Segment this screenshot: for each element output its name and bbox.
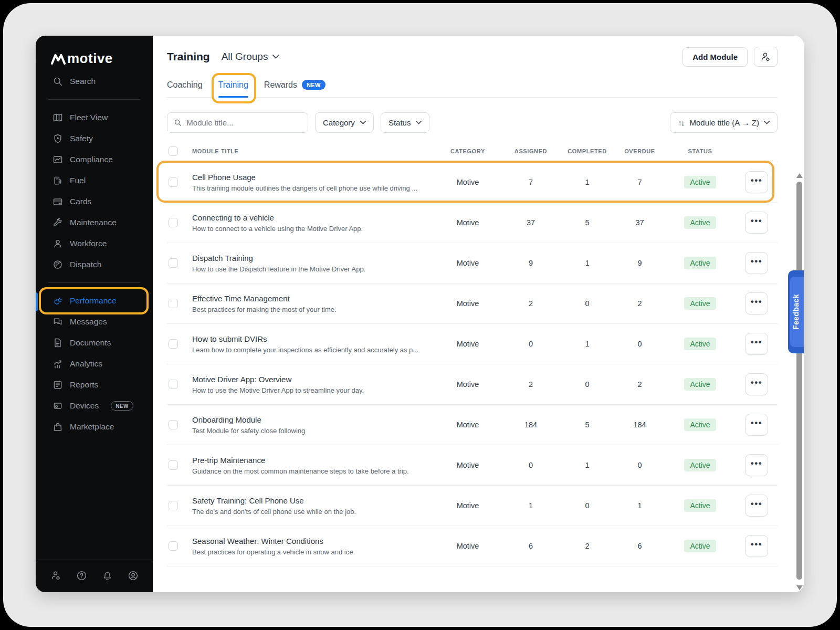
map-icon	[52, 112, 63, 123]
table-row[interactable]: Seasonal Weather: Winter Conditions Best…	[167, 526, 778, 566]
module-assigned-count: 0	[502, 340, 560, 348]
module-completed-count: 0	[560, 501, 615, 510]
sidebar-item-fuel[interactable]: Fuel	[36, 170, 153, 191]
add-module-button[interactable]: Add Module	[682, 47, 748, 67]
row-actions-button[interactable]: •••	[745, 373, 768, 395]
sidebar-item-reports[interactable]: Reports	[36, 374, 153, 395]
row-actions-button[interactable]: •••	[745, 414, 768, 436]
tab-rewards[interactable]: Rewards NEW	[264, 80, 326, 97]
column-header-status: STATUS	[665, 148, 736, 154]
module-category: Motive	[434, 178, 502, 186]
column-header-category: CATEGORY	[434, 148, 502, 154]
row-checkbox[interactable]	[169, 299, 178, 308]
report-icon	[52, 380, 63, 390]
tab-coaching[interactable]: Coaching	[167, 80, 203, 97]
status-badge: Active	[684, 459, 716, 471]
row-checkbox[interactable]	[169, 501, 178, 510]
sidebar-item-label: Devices	[70, 401, 99, 411]
row-actions-button[interactable]: •••	[745, 535, 768, 557]
sidebar-item-analytics[interactable]: Analytics	[36, 353, 153, 374]
row-actions-button[interactable]: •••	[745, 454, 768, 476]
sidebar: motive Search Fleet View Safety Complian…	[36, 36, 153, 592]
sidebar-item-documents[interactable]: Documents	[36, 332, 153, 353]
table-row[interactable]: Effective Time Management Best practices…	[167, 284, 778, 324]
module-title: Cell Phone Usage	[192, 173, 434, 182]
table-row[interactable]: Pre-trip Maintenance Guidance on the mos…	[167, 445, 778, 486]
sort-dropdown[interactable]: ↑↓ Module title (A → Z)	[670, 112, 778, 133]
row-actions-button[interactable]: •••	[745, 292, 768, 314]
row-checkbox[interactable]	[169, 460, 178, 470]
vertical-scrollbar[interactable]	[796, 173, 803, 591]
module-search-field[interactable]	[167, 112, 308, 133]
module-category: Motive	[434, 340, 502, 348]
sidebar-item-cards[interactable]: Cards	[36, 191, 153, 212]
module-search-input[interactable]	[186, 118, 301, 127]
sidebar-item-messages[interactable]: Messages	[36, 311, 153, 332]
filter-bar: Category Status ↑↓ Module title (A → Z)	[167, 112, 778, 133]
sidebar-item-marketplace[interactable]: Marketplace	[36, 416, 153, 437]
device-icon	[52, 401, 63, 411]
admin-user-gear-icon[interactable]	[50, 570, 61, 581]
table-row[interactable]: Motive Driver App: Overview How to use t…	[167, 364, 778, 405]
feedback-tab[interactable]: Feedback	[788, 270, 804, 353]
module-description: How to use the Motive Driver App to stre…	[192, 386, 434, 394]
scrollbar-thumb[interactable]	[796, 182, 802, 580]
sidebar-item-label: Analytics	[70, 359, 102, 369]
module-completed-count: 0	[560, 380, 615, 388]
row-checkbox[interactable]	[169, 339, 178, 349]
module-overdue-count: 9	[615, 259, 665, 267]
row-actions-button[interactable]: •••	[745, 171, 768, 193]
row-checkbox[interactable]	[169, 218, 178, 227]
account-icon[interactable]	[128, 570, 139, 581]
module-overdue-count: 0	[615, 340, 665, 348]
scrollbar-up-arrow[interactable]	[796, 173, 803, 178]
module-assigned-count: 7	[502, 178, 560, 186]
table-row[interactable]: Connecting to a vehicle How to connect t…	[167, 203, 778, 243]
tab-training[interactable]: Training	[218, 80, 248, 97]
row-actions-button[interactable]: •••	[745, 333, 768, 355]
compliance-icon	[52, 154, 63, 165]
sidebar-item-label: Cards	[70, 197, 91, 206]
status-badge: Active	[684, 257, 716, 269]
fuel-pump-icon	[52, 175, 63, 186]
wrench-icon	[52, 217, 63, 228]
table-row[interactable]: Dispatch Training How to use the Dispatc…	[167, 243, 778, 284]
sidebar-item-workforce[interactable]: Workforce	[36, 233, 153, 254]
row-actions-button[interactable]: •••	[745, 252, 768, 274]
select-all-checkbox[interactable]	[169, 146, 178, 156]
sidebar-item-label: Fleet View	[70, 113, 108, 122]
manage-users-button[interactable]	[754, 47, 778, 67]
sidebar-item-performance[interactable]: Performance	[36, 290, 153, 311]
table-row[interactable]: Cell Phone Usage This training module ou…	[167, 162, 778, 203]
sidebar-item-search[interactable]: Search	[36, 71, 153, 92]
page-header: Training All Groups Add Module	[167, 46, 778, 67]
table-row[interactable]: Onboarding Module Test Module for safety…	[167, 405, 778, 445]
row-actions-button[interactable]: •••	[745, 212, 768, 234]
row-checkbox[interactable]	[169, 380, 178, 389]
row-checkbox[interactable]	[169, 177, 178, 187]
sidebar-item-maintenance[interactable]: Maintenance	[36, 212, 153, 233]
help-icon[interactable]	[76, 570, 87, 581]
table-row[interactable]: Safety Training: Cell Phone Use The do's…	[167, 486, 778, 526]
row-checkbox[interactable]	[169, 258, 178, 268]
sidebar-item-compliance[interactable]: Compliance	[36, 149, 153, 170]
row-checkbox[interactable]	[169, 420, 178, 429]
row-checkbox[interactable]	[169, 541, 178, 551]
module-description: How to connect to a vehicle using the Mo…	[192, 225, 434, 233]
module-assigned-count: 1	[502, 501, 560, 510]
sidebar-item-fleet-view[interactable]: Fleet View	[36, 107, 153, 128]
sidebar-item-safety[interactable]: Safety	[36, 128, 153, 149]
status-filter-dropdown[interactable]: Status	[381, 112, 430, 133]
row-actions-button[interactable]: •••	[745, 495, 768, 517]
group-selector-label: All Groups	[222, 51, 268, 62]
category-filter-dropdown[interactable]: Category	[315, 112, 374, 133]
module-description: Test Module for safety close following	[192, 427, 434, 435]
module-completed-count: 5	[560, 218, 615, 227]
group-selector[interactable]: All Groups	[222, 51, 280, 62]
table-row[interactable]: How to submit DVIRs Learn how to complet…	[167, 324, 778, 364]
main-content: Training All Groups Add Module Coaching …	[153, 36, 804, 592]
bell-icon[interactable]	[102, 570, 113, 581]
sidebar-item-dispatch[interactable]: Dispatch	[36, 254, 153, 275]
module-completed-count: 0	[560, 299, 615, 308]
sidebar-item-devices[interactable]: Devices NEW	[36, 395, 153, 416]
